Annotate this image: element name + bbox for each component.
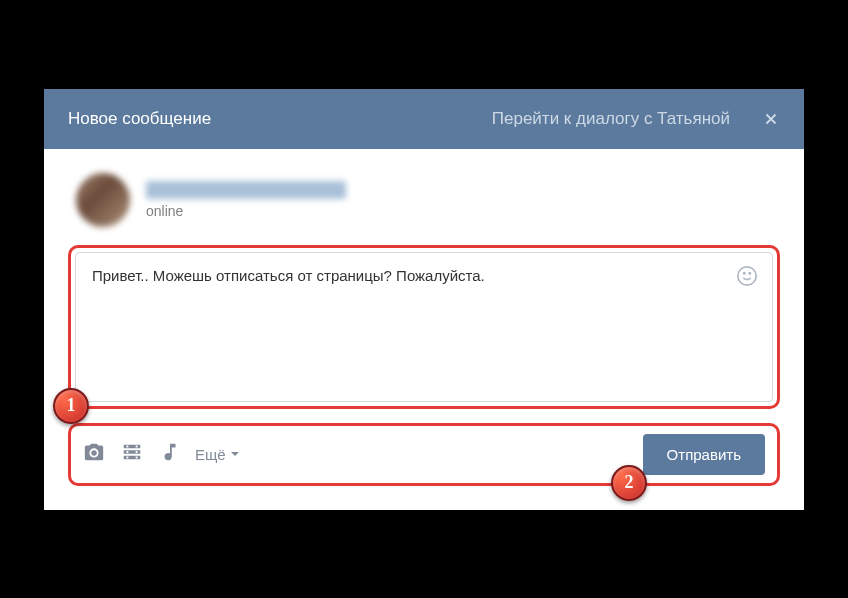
svg-point-1 <box>744 272 745 273</box>
message-input[interactable]: Привет.. Можешь отписаться от страницы? … <box>75 252 773 402</box>
video-icon[interactable] <box>121 441 143 467</box>
send-button[interactable]: Отправить <box>643 434 765 475</box>
more-button[interactable]: Ещё <box>195 446 240 463</box>
annotation-badge-1: 1 <box>53 388 89 424</box>
user-info: online <box>146 181 346 219</box>
music-icon[interactable] <box>159 441 181 467</box>
go-to-dialog-link[interactable]: Перейти к диалогу с Татьяной <box>492 109 730 129</box>
attach-icons <box>83 441 181 467</box>
close-icon[interactable] <box>762 110 780 128</box>
message-text: Привет.. Можешь отписаться от страницы? … <box>92 267 485 284</box>
compose-highlight: Привет.. Можешь отписаться от страницы? … <box>68 245 780 409</box>
footer-highlight: Ещё Отправить 2 <box>68 423 780 486</box>
more-label: Ещё <box>195 446 226 463</box>
user-name[interactable] <box>146 181 346 199</box>
emoji-icon[interactable] <box>736 265 758 290</box>
annotation-badge-2: 2 <box>611 465 647 501</box>
svg-point-2 <box>749 272 750 273</box>
user-status: online <box>146 203 346 219</box>
chevron-down-icon <box>230 449 240 459</box>
recipient-row: online <box>44 149 804 245</box>
avatar[interactable] <box>76 173 130 227</box>
svg-point-0 <box>738 266 756 284</box>
camera-icon[interactable] <box>83 441 105 467</box>
new-message-modal: Новое сообщение Перейти к диалогу с Тать… <box>42 87 806 512</box>
modal-header: Новое сообщение Перейти к диалогу с Тать… <box>44 89 804 149</box>
modal-title: Новое сообщение <box>68 109 211 129</box>
